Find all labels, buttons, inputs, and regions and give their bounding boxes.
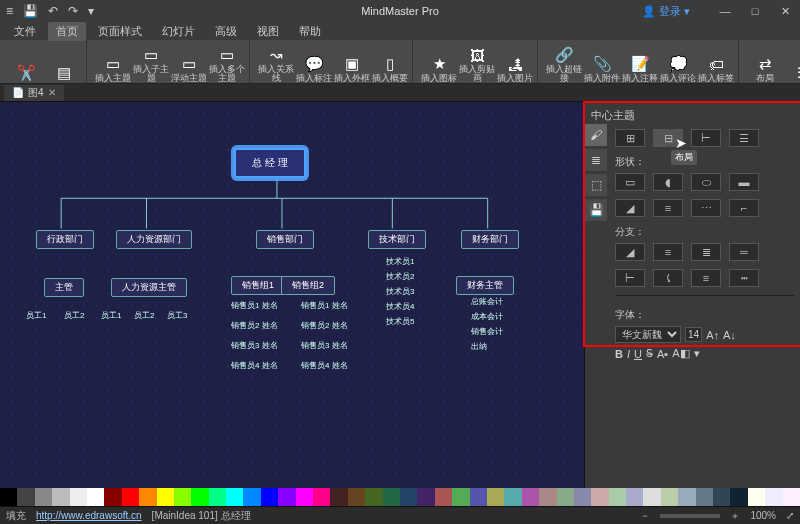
palette-swatch[interactable]	[661, 488, 678, 506]
s1-3[interactable]: 销售员3 姓名	[231, 340, 278, 351]
f1[interactable]: 总账会计	[471, 296, 503, 307]
f3[interactable]: 销售会计	[471, 326, 503, 337]
tab-slideshow[interactable]: 幻灯片	[154, 22, 203, 41]
format-painter[interactable]: ✂️	[8, 63, 44, 83]
palette-swatch[interactable]	[278, 488, 295, 506]
highlight-icon[interactable]: A◧	[672, 347, 689, 360]
doc-tab[interactable]: 📄图4✕	[4, 85, 64, 101]
bold-icon[interactable]: B	[615, 348, 623, 360]
palette-swatch[interactable]	[452, 488, 469, 506]
italic-icon[interactable]: I	[627, 348, 630, 360]
login-link[interactable]: 👤登录▾	[642, 4, 690, 19]
root-topic[interactable]: 总 经 理	[234, 148, 306, 178]
s2-1[interactable]: 销售员1 姓名	[301, 300, 348, 311]
palette-swatch[interactable]	[209, 488, 226, 506]
font-family-select[interactable]: 华文新魏	[615, 326, 681, 343]
branch-3[interactable]: ≣	[691, 243, 721, 261]
palette-swatch[interactable]	[174, 488, 191, 506]
shape-5[interactable]: ◢	[615, 199, 645, 217]
palette-swatch[interactable]	[574, 488, 591, 506]
dept-finance[interactable]: 财务部门	[461, 230, 519, 249]
panel-tab-outline[interactable]: ≣	[585, 149, 607, 171]
palette-swatch[interactable]	[713, 488, 730, 506]
zoom-slider[interactable]	[660, 514, 720, 518]
minimize-button[interactable]: —	[714, 3, 736, 19]
font-grow-icon[interactable]: A↑	[706, 329, 719, 341]
admin-e1[interactable]: 员工1	[26, 310, 46, 321]
dept-tech[interactable]: 技术部门	[368, 230, 426, 249]
palette-swatch[interactable]	[487, 488, 504, 506]
palette-swatch[interactable]	[70, 488, 87, 506]
palette-swatch[interactable]	[783, 488, 800, 506]
t4[interactable]: 技术员4	[386, 301, 414, 312]
close-tab-icon[interactable]: ✕	[48, 87, 56, 98]
hr-e2[interactable]: 员工2	[134, 310, 154, 321]
admin-e2[interactable]: 员工2	[64, 310, 84, 321]
palette-swatch[interactable]	[157, 488, 174, 506]
palette-swatch[interactable]	[522, 488, 539, 506]
insert-icon[interactable]: ★插入图标	[421, 54, 457, 83]
palette-swatch[interactable]	[400, 488, 417, 506]
tab-advanced[interactable]: 高级	[207, 22, 245, 41]
palette-swatch[interactable]	[87, 488, 104, 506]
branch-7[interactable]: ≡	[691, 269, 721, 287]
palette-swatch[interactable]	[191, 488, 208, 506]
font-shrink-icon[interactable]: A↓	[723, 329, 736, 341]
branch-8[interactable]: ┅	[729, 269, 759, 287]
insert-note[interactable]: 📝插入注释	[622, 54, 658, 83]
f4[interactable]: 出纳	[471, 341, 487, 352]
palette-swatch[interactable]	[313, 488, 330, 506]
branch-6[interactable]: ⤹	[653, 269, 683, 287]
maximize-button[interactable]: □	[744, 3, 766, 19]
insert-tag[interactable]: 🏷插入标签	[698, 54, 734, 83]
palette-swatch[interactable]	[243, 488, 260, 506]
insert-topic[interactable]: ▭插入主题	[95, 54, 131, 83]
palette-swatch[interactable]	[626, 488, 643, 506]
zoom-out-icon[interactable]: －	[640, 509, 650, 523]
shape-1[interactable]: ▭	[615, 173, 645, 191]
font-color-icon[interactable]: A▪	[657, 348, 668, 360]
palette-swatch[interactable]	[52, 488, 69, 506]
f2[interactable]: 成本会计	[471, 311, 503, 322]
redo-icon[interactable]: ↷	[68, 4, 78, 18]
dept-hr[interactable]: 人力资源部门	[116, 230, 192, 249]
sales-g1[interactable]: 销售组1	[231, 276, 285, 295]
branch-1[interactable]: ◢	[615, 243, 645, 261]
s2-3[interactable]: 销售员3 姓名	[301, 340, 348, 351]
shape-8[interactable]: ⌐	[729, 199, 759, 217]
zoom-in-icon[interactable]: ＋	[730, 509, 740, 523]
palette-swatch[interactable]	[678, 488, 695, 506]
status-url[interactable]: http://www.edrawsoft.cn	[36, 510, 142, 521]
palette-swatch[interactable]	[330, 488, 347, 506]
sales-g2[interactable]: 销售组2	[281, 276, 335, 295]
palette-swatch[interactable]	[504, 488, 521, 506]
color-palette[interactable]	[0, 488, 800, 506]
panel-tab-format[interactable]: 🖌	[585, 124, 607, 146]
s1-4[interactable]: 销售员4 姓名	[231, 360, 278, 371]
menu-icon[interactable]: ≡	[6, 4, 13, 18]
palette-swatch[interactable]	[748, 488, 765, 506]
layout-button[interactable]: ⇄布局	[747, 54, 783, 83]
palette-swatch[interactable]	[417, 488, 434, 506]
palette-swatch[interactable]	[557, 488, 574, 506]
insert-callout[interactable]: 💬插入标注	[296, 54, 332, 83]
save-icon[interactable]: 💾	[23, 4, 38, 18]
qat-dropdown-icon[interactable]: ▾	[88, 4, 94, 18]
s2-4[interactable]: 销售员4 姓名	[301, 360, 348, 371]
file-menu[interactable]: 文件	[6, 22, 44, 41]
palette-swatch[interactable]	[383, 488, 400, 506]
dept-admin[interactable]: 行政部门	[36, 230, 94, 249]
palette-swatch[interactable]	[226, 488, 243, 506]
palette-swatch[interactable]	[696, 488, 713, 506]
palette-swatch[interactable]	[122, 488, 139, 506]
fit-icon[interactable]: ⤢	[786, 510, 794, 521]
palette-swatch[interactable]	[609, 488, 626, 506]
fin-lead[interactable]: 财务主管	[456, 276, 514, 295]
palette-swatch[interactable]	[765, 488, 782, 506]
shape-2[interactable]: ◖	[653, 173, 683, 191]
palette-swatch[interactable]	[296, 488, 313, 506]
palette-swatch[interactable]	[730, 488, 747, 506]
palette-swatch[interactable]	[0, 488, 17, 506]
canvas[interactable]: 总 经 理 行政部门 人力资源部门 销售部门 技术部门 财务部门 主管 员工1 …	[6, 108, 578, 482]
floating-topic[interactable]: ▭浮动主题	[171, 54, 207, 83]
